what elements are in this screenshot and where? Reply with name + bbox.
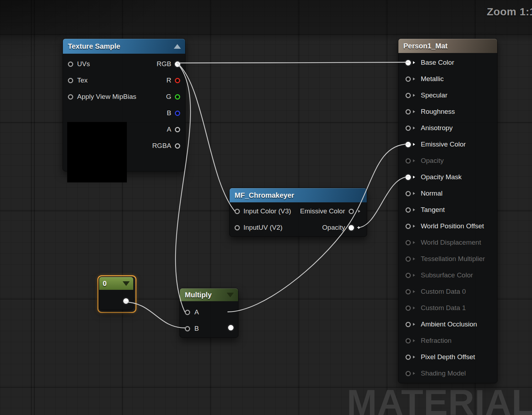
input-color-pin[interactable] bbox=[235, 209, 240, 214]
node-title: Person1_Mat bbox=[403, 42, 493, 50]
multiply-b-pin[interactable] bbox=[185, 326, 190, 331]
pin-label: R bbox=[166, 76, 171, 84]
node-title: Multiply bbox=[185, 291, 227, 299]
a-output-pin[interactable] bbox=[175, 127, 180, 132]
pin-label: Opacity bbox=[322, 224, 345, 232]
pin-label: Subsurface Color bbox=[421, 271, 473, 279]
node-body: Input Color (V3) Emissive Color InputUV … bbox=[230, 202, 367, 236]
node-multiply[interactable]: Multiply A B bbox=[179, 288, 238, 338]
node-mf-chromakeyer[interactable]: MF_Chromakeyer Input Color (V3) Emissive… bbox=[229, 188, 367, 237]
pin-arrow-icon bbox=[413, 225, 417, 228]
node-header[interactable]: Person1_Mat bbox=[398, 39, 497, 53]
pin-arrow-icon bbox=[413, 192, 417, 195]
pin-custom-data-0[interactable] bbox=[405, 289, 411, 294]
texture-preview bbox=[67, 122, 127, 182]
pin-subsurface-color[interactable] bbox=[405, 273, 411, 278]
pin-pixel-depth-offset[interactable] bbox=[405, 355, 411, 360]
pin-normal[interactable] bbox=[405, 191, 411, 196]
tex-input-pin[interactable] bbox=[68, 78, 73, 83]
pin-label: Emissive Color bbox=[300, 207, 345, 215]
pin-roughness[interactable] bbox=[405, 109, 411, 115]
pin-label: RGB bbox=[157, 60, 171, 68]
pin-label: Shading Model bbox=[421, 369, 466, 377]
pin-label: Base Color bbox=[421, 59, 454, 66]
pin-label: Refraction bbox=[421, 337, 452, 345]
pin-world-displacement[interactable] bbox=[405, 240, 411, 245]
b-output-pin[interactable] bbox=[175, 111, 180, 116]
pin-metallic[interactable] bbox=[405, 76, 411, 82]
pin-arrow-icon bbox=[413, 61, 417, 64]
mipbias-input-pin[interactable] bbox=[68, 94, 73, 100]
pin-specular[interactable] bbox=[405, 93, 411, 98]
pin-label: Tessellation Multiplier bbox=[421, 255, 485, 263]
pin-label: A bbox=[194, 308, 199, 316]
material-input-row: Roughness bbox=[398, 103, 497, 120]
pin-arrow-icon bbox=[413, 94, 417, 97]
pin-arrow-icon bbox=[358, 210, 362, 213]
material-input-row: Shading Model bbox=[398, 365, 497, 382]
pin-arrow-icon bbox=[413, 143, 417, 146]
pin-label: Pixel Depth Offset bbox=[421, 353, 475, 361]
pin-ambient-occlusion[interactable] bbox=[405, 322, 411, 327]
pin-tessellation-multiplier[interactable] bbox=[405, 256, 411, 262]
pin-label: B bbox=[194, 325, 199, 332]
r-output-pin[interactable] bbox=[175, 78, 180, 83]
input-uv-pin[interactable] bbox=[235, 225, 240, 230]
material-input-row: Subsurface Color bbox=[398, 267, 497, 283]
graph-type-watermark: MATERIAL bbox=[347, 382, 532, 415]
output-row: A bbox=[121, 121, 185, 138]
pin-label: Specular bbox=[421, 91, 447, 99]
pin-custom-data-1[interactable] bbox=[405, 305, 411, 311]
pin-label: Tex bbox=[77, 76, 88, 84]
pin-world-position-offset[interactable] bbox=[405, 224, 411, 229]
pin-arrow-icon bbox=[413, 290, 417, 293]
multiply-output-pin[interactable] bbox=[228, 325, 233, 330]
pin-arrow-icon bbox=[413, 159, 417, 162]
node-header[interactable]: Texture Sample bbox=[63, 39, 185, 54]
dropdown-arrow-icon[interactable] bbox=[227, 293, 234, 297]
node-header[interactable]: MF_Chromakeyer bbox=[230, 188, 367, 202]
constant-output-pin[interactable] bbox=[123, 298, 129, 304]
wire-rgb-to-base-color[interactable] bbox=[177, 62, 409, 63]
pin-label: Normal bbox=[421, 190, 442, 197]
pin-label: Emissive Color bbox=[421, 140, 466, 148]
g-output-pin[interactable] bbox=[175, 94, 180, 100]
node-title: MF_Chromakeyer bbox=[235, 191, 362, 199]
material-input-row: Refraction bbox=[398, 332, 497, 349]
node-person1-mat[interactable]: Person1_Mat Base Color Metallic Specular… bbox=[398, 38, 498, 383]
pin-label: InputUV (V2) bbox=[243, 224, 283, 232]
output-row: G bbox=[121, 89, 185, 105]
pin-anisotropy[interactable] bbox=[405, 126, 411, 131]
node-body: A B bbox=[180, 301, 238, 337]
node-header[interactable]: 0 bbox=[99, 277, 133, 290]
pin-opacity[interactable] bbox=[405, 158, 411, 164]
collapse-arrow-icon[interactable] bbox=[174, 44, 181, 49]
material-input-row: World Displacement bbox=[398, 234, 497, 251]
emissive-color-output-pin[interactable] bbox=[349, 209, 354, 214]
dropdown-arrow-icon[interactable] bbox=[123, 281, 130, 286]
node-title: 0 bbox=[103, 280, 123, 288]
uvs-input-pin[interactable] bbox=[68, 62, 73, 67]
wire-rgb-to-input-color[interactable] bbox=[177, 63, 235, 211]
material-input-row: Specular bbox=[398, 87, 497, 103]
material-graph-canvas[interactable]: Zoom 1:1 MATERIAL Texture Sample UVs bbox=[0, 0, 532, 415]
node-body: UVs Tex Apply View MipBias RGB R bbox=[63, 54, 185, 173]
node-texture-sample[interactable]: Texture Sample UVs Tex Apply View MipBia… bbox=[63, 38, 186, 171]
pin-refraction[interactable] bbox=[405, 338, 411, 344]
pin-label: Metallic bbox=[421, 75, 444, 83]
rgba-output-pin[interactable] bbox=[175, 143, 180, 149]
opacity-output-pin[interactable] bbox=[349, 225, 354, 230]
node-constant-0[interactable]: 0 bbox=[99, 277, 134, 310]
pin-shading-model[interactable] bbox=[405, 371, 411, 376]
node-header[interactable]: Multiply bbox=[180, 288, 238, 301]
pin-tangent[interactable] bbox=[405, 207, 411, 213]
material-input-row: World Position Offset bbox=[398, 218, 497, 234]
material-input-row: Opacity Mask bbox=[398, 169, 497, 185]
selection-outline: 0 bbox=[97, 275, 136, 313]
pin-label: B bbox=[167, 109, 171, 117]
material-input-row: Anisotropy bbox=[398, 120, 497, 136]
output-row: RGB bbox=[121, 56, 185, 72]
pin-arrow-icon bbox=[413, 356, 417, 358]
multiply-a-pin[interactable] bbox=[185, 310, 190, 315]
pin-label: World Displacement bbox=[421, 239, 481, 246]
